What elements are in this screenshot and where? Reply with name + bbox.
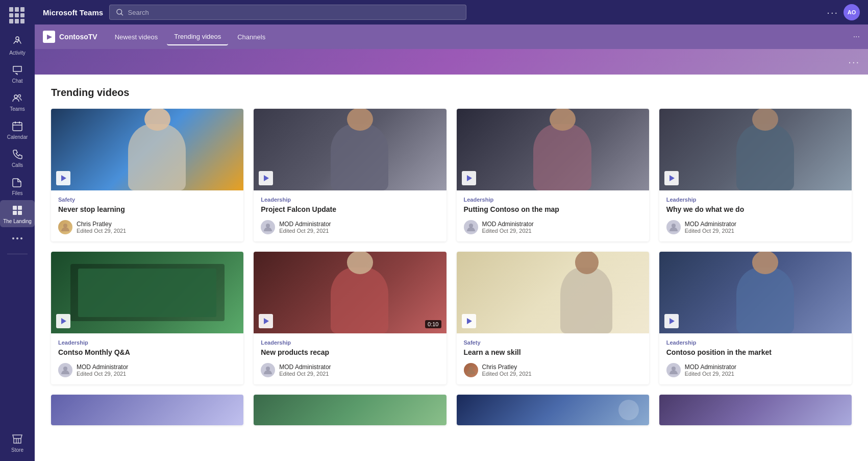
sidebar: Activity Chat Teams xyxy=(0,0,35,461)
author-avatar-7 xyxy=(464,363,478,377)
video-card-9[interactable] xyxy=(51,395,243,425)
video-thumbnail-9 xyxy=(51,395,243,425)
video-card-12[interactable] xyxy=(659,395,852,425)
sidebar-item-chat[interactable]: Chat xyxy=(0,60,35,87)
video-info-1: Safety Never stop learning Chris Pratley xyxy=(51,190,243,241)
author-info-1: Chris Pratley Edited Oct 29, 2021 xyxy=(77,221,126,234)
video-card-6[interactable]: 0:10 Leadership New products recap xyxy=(254,252,446,384)
author-info-3: MOD Administrator Edited Oct 29, 2021 xyxy=(482,221,534,234)
sidebar-item-calendar[interactable]: Calendar xyxy=(0,116,35,143)
banner-more-button[interactable]: ··· xyxy=(848,56,860,68)
author-date-4: Edited Oct 29, 2021 xyxy=(685,228,736,234)
play-button-1[interactable] xyxy=(56,171,70,185)
video-thumbnail-7 xyxy=(457,252,649,333)
author-name-7: Chris Pratley xyxy=(482,363,532,371)
store-icon xyxy=(11,433,23,445)
svg-rect-7 xyxy=(13,206,17,210)
videos-grid-row2: Leadership Contso Monthly Q&A MOD Admini… xyxy=(51,252,852,384)
video-card-3[interactable]: Leadership Putting Contoso on the map MO… xyxy=(457,109,649,241)
play-button-4[interactable] xyxy=(664,171,679,185)
search-input[interactable] xyxy=(128,9,460,16)
subnav-logo: ▶ ContosoTV xyxy=(43,31,97,43)
video-category-4: Leadership xyxy=(666,197,845,203)
svg-point-18 xyxy=(63,224,67,228)
play-button-3[interactable] xyxy=(462,171,476,185)
subnav-item-trending[interactable]: Trending videos xyxy=(167,29,228,45)
play-button-5[interactable] xyxy=(56,314,70,328)
video-thumbnail-8 xyxy=(659,252,852,333)
video-author-5: MOD Administrator Edited Oct 29, 2021 xyxy=(58,363,236,377)
subnav-more-button[interactable]: ··· xyxy=(853,32,860,41)
files-icon xyxy=(11,176,23,188)
author-name-6: MOD Administrator xyxy=(279,363,331,371)
author-avatar-1 xyxy=(58,220,72,234)
person-silhouette-1 xyxy=(109,117,205,190)
subnav-item-channels[interactable]: Channels xyxy=(230,29,272,45)
sidebar-item-the-landing[interactable]: The Landing xyxy=(0,200,35,227)
author-avatar-8 xyxy=(666,363,681,377)
subnav-item-newest[interactable]: Newest videos xyxy=(108,29,165,45)
video-card-7[interactable]: Safety Learn a new skill Chris Pratley xyxy=(457,252,649,384)
videos-grid-row3 xyxy=(51,395,852,425)
sidebar-item-files[interactable]: Files xyxy=(0,172,35,199)
video-category-5: Leadership xyxy=(58,339,236,346)
author-date-8: Edited Oct 29, 2021 xyxy=(685,371,736,377)
author-info-8: MOD Administrator Edited Oct 29, 2021 xyxy=(685,363,736,377)
sidebar-item-calls[interactable]: Calls xyxy=(0,144,35,171)
author-name-4: MOD Administrator xyxy=(685,221,736,228)
author-name-3: MOD Administrator xyxy=(482,221,534,228)
svg-point-24 xyxy=(469,367,473,371)
search-bar[interactable] xyxy=(109,5,466,20)
svg-point-13 xyxy=(20,237,22,239)
sidebar-item-store[interactable]: Store xyxy=(0,429,35,456)
video-thumbnail-2 xyxy=(254,109,446,190)
play-button-2[interactable] xyxy=(259,171,273,185)
video-card-5[interactable]: Leadership Contso Monthly Q&A MOD Admini… xyxy=(51,252,243,384)
topbar-more-button[interactable]: ··· xyxy=(827,7,838,18)
video-title-3: Putting Contoso on the map xyxy=(464,205,642,214)
video-title-7: Learn a new skill xyxy=(464,348,642,357)
video-category-8: Leadership xyxy=(666,339,845,346)
video-card-11[interactable] xyxy=(457,395,649,425)
svg-point-12 xyxy=(16,237,18,239)
person-silhouette-3 xyxy=(514,117,611,190)
video-card-4[interactable]: Leadership Why we do what we do MOD Admi… xyxy=(659,109,852,241)
video-thumbnail-5 xyxy=(51,252,243,333)
video-info-4: Leadership Why we do what we do MOD Admi… xyxy=(659,190,852,241)
store-label: Store xyxy=(11,447,23,453)
sidebar-item-activity[interactable]: Activity xyxy=(0,32,35,59)
video-thumbnail-12 xyxy=(659,395,852,425)
topbar-right: ··· AO xyxy=(827,4,860,20)
author-date-5: Edited Oct 29, 2021 xyxy=(77,371,128,377)
play-button-6[interactable] xyxy=(259,314,273,328)
app-title: Microsoft Teams xyxy=(43,8,103,17)
video-title-5: Contso Monthly Q&A xyxy=(58,348,236,357)
user-avatar[interactable]: AO xyxy=(844,4,860,20)
sidebar-item-teams[interactable]: Teams xyxy=(0,88,35,115)
sidebar-item-more[interactable] xyxy=(0,228,35,250)
app-grid-icon[interactable] xyxy=(9,7,26,23)
video-category-2: Leadership xyxy=(261,197,439,203)
video-card-8[interactable]: Leadership Contoso position in the marke… xyxy=(659,252,852,384)
svg-rect-9 xyxy=(13,211,17,215)
author-info-6: MOD Administrator Edited Oct 29, 2021 xyxy=(279,363,331,377)
video-thumbnail-6: 0:10 xyxy=(254,252,446,333)
video-card-2[interactable]: Leadership Project Falcon Update MOD Adm… xyxy=(254,109,446,241)
contosotv-logo-icon: ▶ xyxy=(43,31,55,43)
video-card-1[interactable]: Safety Never stop learning Chris Pratley xyxy=(51,109,243,241)
video-author-3: MOD Administrator Edited Oct 29, 2021 xyxy=(464,220,642,234)
play-button-8[interactable] xyxy=(664,314,679,328)
videos-grid-row1: Safety Never stop learning Chris Pratley xyxy=(51,109,852,241)
svg-point-25 xyxy=(672,367,676,371)
svg-point-22 xyxy=(63,367,67,371)
video-category-1: Safety xyxy=(58,197,236,203)
play-button-7[interactable] xyxy=(462,314,476,328)
author-date-6: Edited Oct 29, 2021 xyxy=(279,371,331,377)
video-thumbnail-1 xyxy=(51,109,243,190)
video-card-10[interactable] xyxy=(254,395,446,425)
video-info-2: Leadership Project Falcon Update MOD Adm… xyxy=(254,190,446,241)
video-author-6: MOD Administrator Edited Oct 29, 2021 xyxy=(261,363,439,377)
sidebar-nav: Activity Chat Teams xyxy=(0,32,35,429)
videos-area: Trending videos Safety N xyxy=(35,75,868,461)
video-category-7: Safety xyxy=(464,339,642,346)
